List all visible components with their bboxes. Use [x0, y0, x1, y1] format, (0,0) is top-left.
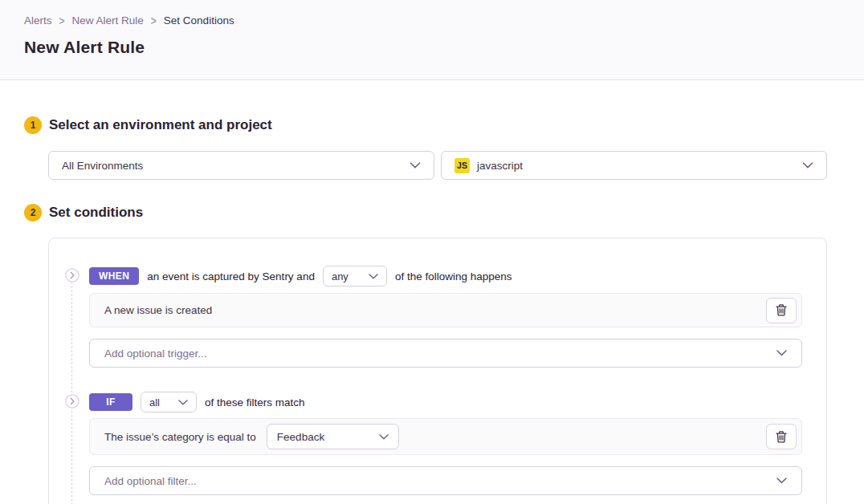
filter-value: Feedback — [277, 431, 324, 443]
javascript-platform-icon: JS — [454, 158, 470, 173]
when-node: WHEN an event is captured by Sentry and … — [65, 266, 802, 368]
trash-icon — [776, 304, 787, 316]
add-filter-placeholder: Add optional filter... — [104, 475, 197, 487]
project-dropdown[interactable]: JS javascript — [441, 151, 827, 180]
when-match-value: any — [332, 270, 348, 282]
chevron-down-icon — [776, 478, 787, 484]
breadcrumb: Alerts > New Alert Rule > Set Conditions — [24, 14, 840, 26]
project-dropdown-value: JS javascript — [454, 158, 802, 173]
chevron-down-icon — [379, 434, 389, 440]
chevron-down-icon — [178, 400, 188, 405]
page-title: New Alert Rule — [24, 38, 840, 57]
delete-filter-button[interactable] — [766, 424, 797, 449]
environment-project-row: All Environments JS javascript — [48, 151, 827, 180]
add-optional-trigger-select[interactable]: Add optional trigger... — [89, 339, 802, 368]
filter-row: The issue’s category is equal to Feedbac… — [89, 418, 802, 455]
breadcrumb-alerts[interactable]: Alerts — [24, 14, 52, 26]
if-match-select[interactable]: all — [141, 392, 197, 413]
when-match-select[interactable]: any — [323, 266, 387, 287]
when-text-before: an event is captured by Sentry and — [147, 270, 315, 282]
add-trigger-placeholder: Add optional trigger... — [104, 348, 207, 360]
step1-number-badge: 1 — [24, 116, 42, 134]
delete-trigger-button[interactable] — [766, 298, 797, 323]
environment-dropdown-value: All Environments — [62, 160, 410, 172]
trash-icon — [776, 431, 787, 443]
when-text-after: of the following happens — [395, 270, 512, 282]
chevron-right-icon: > — [59, 14, 65, 27]
if-badge: IF — [89, 393, 132, 411]
when-header: WHEN an event is captured by Sentry and … — [89, 266, 802, 287]
if-text-after: of these filters match — [205, 396, 305, 408]
conditions-card: WHEN an event is captured by Sentry and … — [48, 238, 827, 504]
chevron-down-icon — [776, 350, 787, 356]
chevron-down-icon — [802, 162, 813, 169]
chevron-right-icon: > — [151, 14, 157, 27]
step2-title: Set conditions — [49, 205, 143, 221]
if-header: IF all of these filters match — [89, 392, 802, 413]
breadcrumb-set-conditions: Set Conditions — [164, 14, 234, 26]
breadcrumb-new-alert-rule[interactable]: New Alert Rule — [72, 14, 144, 26]
step1-title: Select an environment and project — [49, 117, 272, 133]
step2-heading: 2 Set conditions — [24, 204, 827, 222]
chevron-down-icon — [410, 162, 421, 169]
trigger-label: A new issue is created — [104, 304, 212, 316]
circle-chevron-right-icon — [65, 394, 79, 408]
chevron-down-icon — [369, 274, 378, 279]
if-node: IF all of these filters match The issue’… — [65, 392, 802, 495]
trigger-row: A new issue is created — [89, 293, 802, 327]
step1-heading: 1 Select an environment and project — [24, 116, 827, 134]
page-header: Alerts > New Alert Rule > Set Conditions… — [0, 0, 864, 80]
filter-value-select[interactable]: Feedback — [267, 424, 399, 449]
project-name: javascript — [477, 160, 523, 172]
when-badge: WHEN — [89, 267, 139, 285]
environment-dropdown[interactable]: All Environments — [48, 151, 434, 180]
step2-number-badge: 2 — [24, 204, 42, 222]
if-match-value: all — [149, 396, 160, 408]
add-optional-filter-select[interactable]: Add optional filter... — [89, 466, 802, 495]
circle-chevron-right-icon — [65, 268, 79, 282]
filter-label: The issue’s category is equal to — [104, 431, 256, 443]
main-content: 1 Select an environment and project All … — [0, 116, 864, 504]
